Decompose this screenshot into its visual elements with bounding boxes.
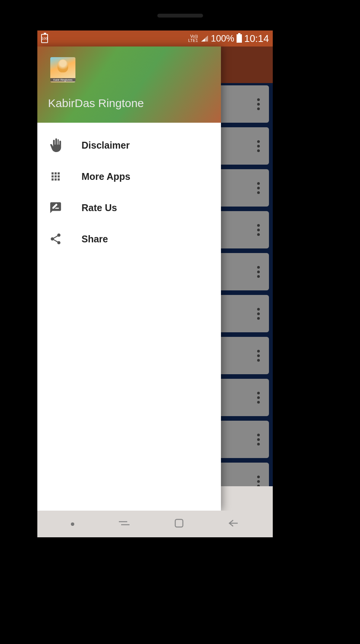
status-bar: 100 Vo)) LTE1 100% 10:14 bbox=[37, 30, 273, 46]
menu-item-more-apps[interactable]: More Apps bbox=[37, 161, 221, 192]
more-icon[interactable] bbox=[257, 308, 260, 320]
app-icon-caption: Kabir Ringtones bbox=[50, 78, 75, 82]
battery-small-icon: 100 bbox=[41, 34, 48, 43]
more-icon[interactable] bbox=[257, 476, 260, 487]
more-icon[interactable] bbox=[257, 140, 260, 152]
menu-item-rate-us[interactable]: Rate Us bbox=[37, 192, 221, 223]
menu-label: Disclaimer bbox=[82, 140, 130, 151]
menu-label: Rate Us bbox=[82, 202, 117, 213]
menu-item-disclaimer[interactable]: Disclaimer bbox=[37, 130, 221, 161]
menu-label: Share bbox=[82, 234, 108, 245]
more-icon[interactable] bbox=[257, 392, 260, 404]
more-icon[interactable] bbox=[257, 182, 260, 194]
signal-icon bbox=[200, 35, 209, 42]
lte-indicator: Vo)) LTE1 bbox=[188, 34, 198, 43]
rate-icon bbox=[48, 201, 63, 214]
status-time: 10:14 bbox=[244, 33, 269, 45]
menu-label: More Apps bbox=[82, 171, 130, 182]
nav-drawer: Kabir Ringtones KabirDas Ringtone Discla… bbox=[37, 46, 221, 511]
more-icon[interactable] bbox=[257, 224, 260, 236]
nav-recents-icon[interactable] bbox=[118, 519, 130, 529]
nav-back-icon[interactable] bbox=[228, 519, 239, 529]
drawer-menu: Disclaimer More Apps Rate Us Share bbox=[37, 123, 221, 511]
nav-home-icon[interactable] bbox=[174, 518, 184, 530]
phone-speaker bbox=[157, 14, 203, 18]
hand-icon bbox=[48, 138, 63, 152]
battery-small-text: 100 bbox=[42, 37, 47, 40]
more-icon[interactable] bbox=[257, 434, 260, 445]
share-icon bbox=[48, 232, 63, 245]
system-nav-bar bbox=[37, 511, 273, 537]
drawer-title: KabirDas Ringtone bbox=[48, 97, 210, 110]
battery-percent: 100% bbox=[211, 33, 234, 44]
more-icon[interactable] bbox=[257, 266, 260, 278]
device-screen: 100 Vo)) LTE1 100% 10:14 Kabir R bbox=[37, 30, 273, 511]
nav-dot-icon[interactable] bbox=[71, 522, 74, 526]
menu-item-share[interactable]: Share bbox=[37, 223, 221, 255]
more-icon[interactable] bbox=[257, 98, 260, 110]
app-icon: Kabir Ringtones bbox=[50, 57, 75, 82]
battery-icon bbox=[237, 34, 242, 43]
svg-rect-0 bbox=[175, 519, 183, 527]
drawer-header: Kabir Ringtones KabirDas Ringtone bbox=[37, 46, 221, 123]
more-icon[interactable] bbox=[257, 350, 260, 362]
grid-icon bbox=[48, 170, 63, 183]
